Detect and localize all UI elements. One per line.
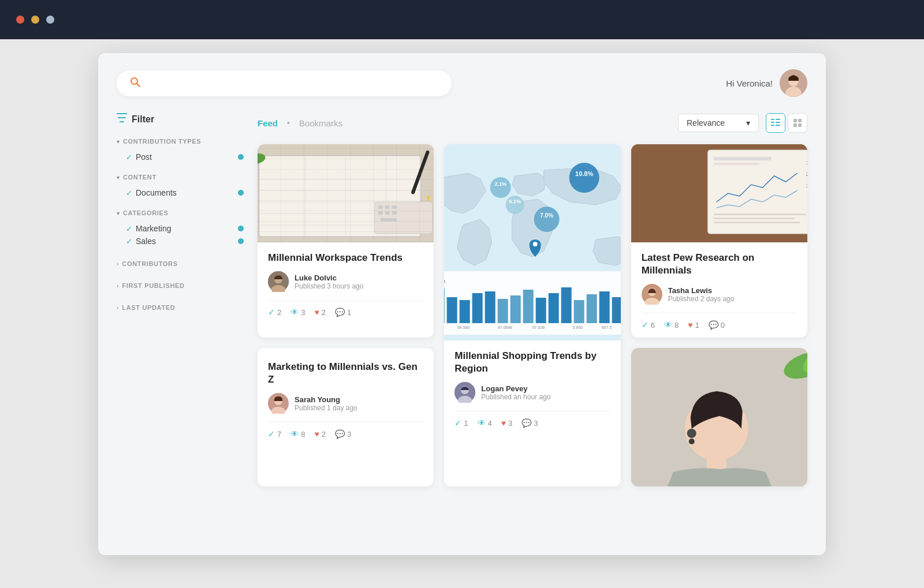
filter-item-documents[interactable]: ✓ Documents	[117, 186, 244, 199]
author-info-genz: Sarah Young Published 1 day ago	[295, 395, 357, 412]
heart-icon-genz: ♥	[314, 429, 319, 439]
search-input[interactable]: Millennial Trends	[148, 78, 439, 88]
comments-count-report: 0	[721, 321, 725, 329]
card-author-map: Logan Pevey Published an hour ago	[454, 382, 610, 403]
tab-separator: •	[287, 118, 290, 128]
titlebar	[0, 0, 924, 39]
section-header-lastupdated[interactable]: › LAST UPDATED	[117, 302, 244, 313]
svg-point-42	[569, 163, 599, 193]
section-title-content: CONTENT	[123, 174, 157, 181]
filter-section-categories: ▾ CATEGORIES ✓ Marketing ✓ Sales	[117, 209, 244, 248]
header-right: Relevance ▾	[678, 113, 807, 133]
filter-label: Filter	[132, 114, 154, 125]
svg-rect-61	[536, 298, 546, 323]
tab-feed[interactable]: Feed	[258, 118, 278, 128]
dot-blue[interactable]	[46, 16, 54, 24]
filter-section-firstpublished: › FIRST PUBLISHED	[117, 280, 244, 291]
stat-comments-report: 💬 0	[709, 320, 725, 329]
stat-comments-workspace: 💬 1	[335, 308, 351, 317]
chevron-categories: ▾	[117, 210, 120, 216]
card-author-workspace: Luke Dolvic Published 3 hours ago	[268, 271, 423, 292]
svg-line-1	[137, 83, 140, 87]
svg-rect-28	[375, 202, 433, 234]
section-header-firstpublished[interactable]: › FIRST PUBLISHED	[117, 280, 244, 291]
svg-text:57.036: 57.036	[532, 325, 545, 329]
content-header: Feed • Bookmarks Relevance ▾	[258, 113, 807, 133]
dot-red[interactable]	[16, 16, 24, 24]
stat-views-map: 👁 4	[478, 418, 492, 428]
cards-grid: Millennial Workspace Trends	[258, 144, 807, 486]
sort-dropdown[interactable]: Relevance ▾	[678, 114, 759, 132]
section-header-categories[interactable]: ▾ CATEGORIES	[117, 209, 244, 216]
card-title-genz: Marketing to Millennials vs. Gen Z	[268, 361, 423, 386]
search-bar: Millennial Trends	[117, 70, 452, 96]
svg-rect-14	[798, 123, 802, 127]
hearts-count-report: 1	[695, 321, 699, 329]
check-icon-workspace: ✓	[268, 308, 275, 317]
card-footer-map: ✓ 1 👁 4 ♥ 3 �	[454, 411, 610, 428]
filter-item-post[interactable]: ✓ Post	[117, 151, 244, 163]
card-title-workspace: Millennial Workspace Trends	[268, 252, 423, 264]
filter-icon	[117, 113, 127, 125]
card-title-map: Millennial Shopping Trends by Region	[454, 350, 610, 375]
filter-label-sales: Sales	[136, 237, 156, 246]
checks-count-report: 6	[651, 321, 655, 329]
svg-rect-54	[447, 297, 457, 323]
section-header-contribution[interactable]: ▾ CONTRIBUTION TYPES	[117, 138, 244, 145]
card-footer-workspace: ✓ 2 👁 3 ♥ 2 �	[268, 300, 423, 317]
view-icons	[766, 113, 807, 133]
card-image-workspace	[258, 144, 434, 242]
filter-item-sales[interactable]: ✓ Sales	[117, 235, 244, 248]
stat-checks-workspace: ✓ 2	[268, 308, 281, 317]
svg-rect-33	[385, 211, 390, 215]
avatar-tasha	[642, 284, 662, 305]
card-image-report: 18.25% 27.9% 31.7%	[631, 144, 807, 242]
card-genz[interactable]: Marketing to Millennials vs. Gen Z	[258, 348, 434, 486]
author-info-map: Logan Pevey Published an hour ago	[481, 384, 550, 401]
card-map[interactable]: 10.8% 7.0% 2.1% 6.1%	[444, 144, 620, 486]
avatar[interactable]	[780, 69, 807, 97]
card-report[interactable]: 18.25% 27.9% 31.7% Latest Pew Research o…	[631, 144, 807, 338]
section-title-firstpublished: FIRST PUBLISHED	[122, 282, 184, 289]
svg-rect-81	[713, 163, 759, 165]
stat-hearts-report: ♥ 1	[688, 320, 699, 329]
svg-text:10.8%: 10.8%	[575, 170, 593, 177]
user-area: Hi Veronica!	[726, 69, 807, 97]
hearts-count-genz: 2	[322, 430, 326, 439]
filter-section-lastupdated: › LAST UPDATED	[117, 302, 244, 313]
card-workspace[interactable]: Millennial Workspace Trends	[258, 144, 434, 338]
main-layout: Filter ▾ CONTRIBUTION TYPES ✓ Post	[117, 113, 807, 486]
tab-bookmarks[interactable]: Bookmarks	[299, 118, 342, 128]
svg-rect-34	[392, 211, 397, 215]
stat-hearts-workspace: ♥ 2	[314, 308, 326, 317]
avatar-logan	[454, 382, 475, 403]
dot-sales	[238, 238, 244, 244]
check-icon-post: ✓	[126, 153, 132, 162]
svg-point-50	[533, 242, 538, 246]
view-grid-btn[interactable]	[788, 113, 807, 133]
svg-rect-64	[574, 300, 584, 323]
card-footer-genz: ✓ 7 👁 8 ♥ 2 �	[268, 422, 423, 439]
card-body-genz: Marketing to Millennials vs. Gen Z	[258, 348, 434, 447]
card-body-report: Latest Pew Research on Millennials	[631, 242, 807, 338]
section-title-categories: CATEGORIES	[123, 209, 169, 216]
view-list-btn[interactable]	[766, 113, 785, 133]
filter-item-marketing[interactable]: ✓ Marketing	[117, 222, 244, 235]
svg-rect-79	[707, 150, 807, 234]
svg-rect-67	[612, 297, 621, 323]
comment-icon-workspace: 💬	[335, 308, 345, 317]
dot-yellow[interactable]	[31, 16, 39, 24]
stat-checks-map: ✓ 1	[454, 418, 468, 428]
svg-rect-32	[378, 211, 383, 215]
card-woman[interactable]	[631, 348, 807, 486]
svg-text:31.7%: 31.7%	[806, 183, 807, 189]
stat-comments-genz: 💬 3	[335, 429, 351, 439]
svg-rect-13	[793, 123, 797, 127]
author-name-report: Tasha Lewis	[668, 286, 735, 295]
check-icon-report: ✓	[642, 320, 649, 329]
svg-rect-35	[381, 218, 397, 222]
chevron-content: ▾	[117, 174, 120, 181]
section-header-contributors[interactable]: › CONTRIBUTORS	[117, 258, 244, 269]
svg-rect-84	[713, 222, 800, 223]
section-header-content[interactable]: ▾ CONTENT	[117, 174, 244, 181]
